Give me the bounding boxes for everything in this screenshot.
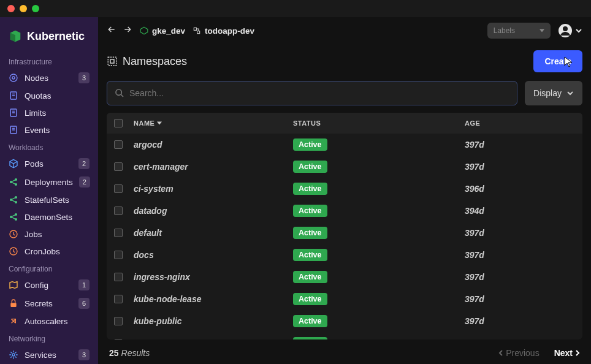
cpu-icon	[9, 73, 18, 83]
sidebar-item-deployments[interactable]: Deployments2	[0, 173, 98, 191]
row-checkbox[interactable]	[114, 207, 123, 215]
sidebar-item-label: Autoscalers	[25, 317, 90, 326]
breadcrumb-cluster[interactable]: gke_dev	[140, 26, 185, 36]
sidebar-item-nodes[interactable]: Nodes3	[0, 69, 98, 87]
row-checkbox[interactable]	[114, 251, 123, 259]
user-menu[interactable]	[558, 23, 582, 38]
chevron-down-icon	[575, 27, 582, 34]
select-all-checkbox[interactable]	[114, 119, 123, 127]
search-box[interactable]	[107, 81, 517, 105]
table-row[interactable]: ci-systemActive396d	[107, 178, 582, 200]
column-name[interactable]: NAME	[134, 119, 293, 127]
svg-rect-26	[108, 57, 116, 66]
table-row[interactable]: kube-publicActive397d	[107, 310, 582, 332]
row-checkbox[interactable]	[114, 273, 123, 281]
row-name: kube-public	[134, 316, 293, 326]
create-button[interactable]: Create	[533, 50, 582, 72]
svg-point-3	[10, 74, 17, 82]
sidebar-item-label: Deployments	[25, 178, 73, 187]
labels-dropdown[interactable]: Labels	[487, 23, 551, 39]
table-row[interactable]: kube-systemActive397d	[107, 332, 582, 339]
sidebar-item-pods[interactable]: Pods2	[0, 154, 98, 173]
sidebar-item-jobs[interactable]: Jobs	[0, 226, 98, 243]
row-name: argocd	[134, 140, 293, 150]
maximize-window-icon[interactable]	[32, 5, 39, 12]
scale-icon	[9, 316, 18, 326]
search-icon	[115, 88, 124, 98]
previous-page-button[interactable]: Previous	[498, 348, 539, 358]
sidebar-item-label: Events	[25, 126, 90, 135]
display-dropdown[interactable]: Display	[525, 81, 582, 105]
brand-name: Kubernetic	[27, 30, 85, 43]
svg-point-28	[116, 89, 121, 95]
back-button[interactable]	[107, 25, 116, 37]
row-checkbox[interactable]	[114, 140, 123, 149]
table-row[interactable]: cert-managerActive397d	[107, 156, 582, 178]
breadcrumb-namespace[interactable]: todoapp-dev	[193, 26, 254, 36]
table-footer: 25 Results Previous Next	[98, 339, 591, 364]
sidebar-item-label: DaemonSets	[25, 213, 90, 222]
table-row[interactable]: argocdActive397d	[107, 134, 582, 156]
sidebar-item-statefulsets[interactable]: StatefulSets	[0, 191, 98, 208]
sidebar-item-label: Secrets	[25, 299, 72, 308]
sidebar-item-label: StatefulSets	[25, 195, 90, 205]
row-name: default	[134, 228, 293, 238]
brand-logo-icon	[9, 29, 22, 43]
row-name: kube-node-lease	[134, 294, 293, 304]
sidebar-item-daemonsets[interactable]: DaemonSets	[0, 208, 98, 226]
chevron-down-icon	[566, 89, 574, 97]
sidebar-item-config[interactable]: Config1	[0, 276, 98, 294]
row-age: 396d	[465, 184, 575, 194]
table-row[interactable]: kube-node-leaseActive397d	[107, 288, 582, 310]
forward-button[interactable]	[123, 25, 132, 37]
row-checkbox[interactable]	[114, 162, 123, 171]
column-status[interactable]: STATUS	[293, 119, 465, 127]
row-checkbox[interactable]	[114, 184, 123, 193]
sidebar-section-title: Configuration	[0, 260, 98, 276]
column-age[interactable]: AGE	[465, 119, 575, 127]
row-checkbox[interactable]	[114, 317, 123, 325]
sidebar-item-secrets[interactable]: Secrets6	[0, 294, 98, 313]
table-row[interactable]: docsActive397d	[107, 244, 582, 266]
chevron-right-icon	[575, 350, 580, 356]
row-age: 397d	[465, 140, 575, 150]
caret-down-icon	[540, 28, 544, 33]
row-age: 397d	[465, 316, 575, 326]
brand: Kubernetic	[0, 22, 98, 53]
row-name: cert-manager	[134, 162, 293, 172]
close-window-icon[interactable]	[7, 5, 15, 12]
svg-marker-21	[140, 27, 148, 34]
page-title: Namespaces	[107, 55, 187, 68]
sidebar-item-services[interactable]: Services3	[0, 346, 98, 364]
sidebar-item-badge: 2	[78, 158, 90, 169]
row-name: datadog	[134, 206, 293, 216]
search-input[interactable]	[129, 88, 509, 98]
table-row[interactable]: datadogActive394d	[107, 200, 582, 222]
row-checkbox[interactable]	[114, 295, 123, 303]
sidebar-item-label: Limits	[25, 108, 90, 118]
sidebar-item-autoscalers[interactable]: Autoscalers	[0, 313, 98, 330]
minimize-window-icon[interactable]	[20, 5, 27, 12]
namespace-icon	[193, 26, 201, 35]
table-row[interactable]: ingress-nginxActive397d	[107, 266, 582, 288]
doc-icon	[9, 108, 18, 118]
sidebar-section-title: Infrastructure	[0, 53, 98, 69]
deploy-icon	[9, 195, 18, 205]
sidebar-item-badge: 3	[78, 72, 90, 83]
sidebar-item-events[interactable]: Events	[0, 121, 98, 138]
svg-rect-22	[194, 28, 196, 30]
row-age: 397d	[465, 294, 575, 304]
next-page-button[interactable]: Next	[554, 348, 580, 358]
svg-rect-23	[197, 31, 200, 34]
sidebar-item-limits[interactable]: Limits	[0, 104, 98, 121]
sort-down-icon	[157, 121, 162, 126]
cube-icon	[9, 159, 18, 169]
job-icon	[9, 229, 18, 239]
sidebar-item-cronjobs[interactable]: CronJobs	[0, 243, 98, 260]
table-row[interactable]: defaultActive397d	[107, 222, 582, 244]
sidebar-item-badge: 6	[78, 298, 90, 309]
sidebar-item-quotas[interactable]: Quotas	[0, 87, 98, 104]
sidebar-item-badge: 3	[78, 349, 90, 360]
row-checkbox[interactable]	[114, 229, 123, 237]
namespaces-icon	[107, 56, 118, 67]
